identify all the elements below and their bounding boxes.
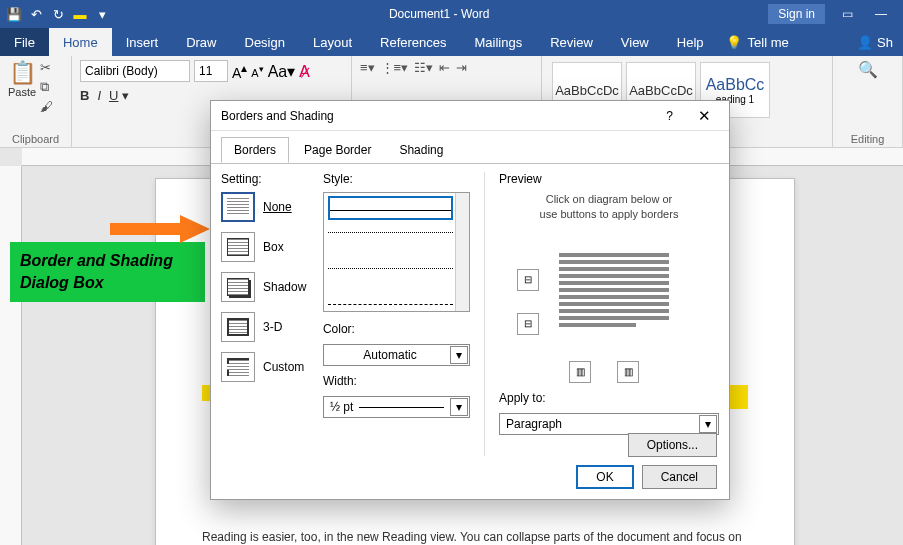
borders-shading-dialog: Borders and Shading ? ✕ Borders Page Bor…: [210, 100, 730, 500]
paste-button[interactable]: 📋 Paste: [8, 60, 36, 114]
share-icon: 👤: [857, 35, 873, 50]
grow-font-icon[interactable]: A▴: [232, 61, 247, 81]
border-right-button[interactable]: ▥: [617, 361, 639, 383]
style-nospace-preview: AaBbCcDc: [629, 83, 693, 98]
tell-me-label: Tell me: [748, 35, 789, 50]
quick-access-toolbar: 💾 ↶ ↻ ▬ ▾: [0, 6, 110, 22]
bullets-icon[interactable]: ≡▾: [360, 60, 375, 75]
svg-marker-0: [110, 215, 210, 243]
tab-mailings[interactable]: Mailings: [461, 28, 537, 56]
setting-none[interactable]: None: [221, 192, 313, 222]
font-name-combo[interactable]: Calibri (Body): [80, 60, 190, 82]
find-icon[interactable]: 🔍: [841, 60, 894, 79]
underline-button[interactable]: U ▾: [109, 88, 129, 103]
help-icon[interactable]: ?: [666, 109, 673, 123]
arrow-icon: [110, 215, 210, 243]
shrink-font-icon[interactable]: A▾: [251, 63, 263, 79]
close-icon[interactable]: ✕: [689, 107, 719, 125]
apply-to-combo[interactable]: Paragraph ▾: [499, 413, 719, 435]
setting-custom[interactable]: Custom: [221, 352, 313, 382]
tab-borders[interactable]: Borders: [221, 137, 289, 163]
increase-indent-icon[interactable]: ⇥: [456, 60, 467, 75]
style-solid[interactable]: [328, 196, 453, 220]
chevron-down-icon: ▾: [450, 398, 468, 416]
border-top-button[interactable]: ⊟: [517, 269, 539, 291]
style-dashed[interactable]: [328, 304, 453, 328]
dialog-footer: OK Cancel: [576, 465, 717, 489]
cut-icon[interactable]: ✂: [40, 60, 53, 75]
apply-to-label: Apply to:: [499, 391, 719, 405]
border-left-button[interactable]: ▥: [569, 361, 591, 383]
options-button[interactable]: Options...: [628, 433, 717, 457]
style-list[interactable]: [323, 192, 470, 312]
setting-shadow[interactable]: Shadow: [221, 272, 313, 302]
clipboard-group: 📋 Paste ✂ ⧉ 🖌 Clipboard: [0, 56, 72, 147]
tab-help[interactable]: Help: [663, 28, 718, 56]
vertical-ruler[interactable]: [0, 166, 22, 545]
sign-in-button[interactable]: Sign in: [768, 4, 825, 24]
ribbon-options-icon[interactable]: ▭: [835, 4, 859, 24]
undo-icon[interactable]: ↶: [28, 6, 44, 22]
document-title: Document1 - Word: [110, 7, 768, 21]
setting-column: Setting: None Box Shadow 3-D Custom: [221, 172, 313, 456]
tab-review[interactable]: Review: [536, 28, 607, 56]
chevron-down-icon: ▾: [450, 346, 468, 364]
titlebar-right: Sign in ▭ —: [768, 4, 903, 24]
tab-shading[interactable]: Shading: [386, 137, 456, 163]
ok-label: OK: [596, 470, 613, 484]
setting-shadow-icon: [221, 272, 255, 302]
setting-none-label: None: [263, 200, 292, 214]
color-combo[interactable]: Automatic ▾: [323, 344, 470, 366]
font-name-value: Calibri (Body): [85, 64, 158, 78]
style-dashed-fine[interactable]: [328, 268, 453, 292]
border-bottom-button[interactable]: ⊟: [517, 313, 539, 335]
style-dotted[interactable]: [328, 232, 453, 256]
setting-box[interactable]: Box: [221, 232, 313, 262]
tab-layout[interactable]: Layout: [299, 28, 366, 56]
multilevel-icon[interactable]: ☷▾: [414, 60, 433, 75]
setting-box-label: Box: [263, 240, 284, 254]
bold-button[interactable]: B: [80, 88, 89, 103]
highlight-icon[interactable]: ▬: [72, 6, 88, 22]
tab-design[interactable]: Design: [231, 28, 299, 56]
preview-paragraph: [559, 253, 669, 330]
format-painter-icon[interactable]: 🖌: [40, 99, 53, 114]
numbering-icon[interactable]: ⋮≡▾: [381, 60, 409, 75]
redo-icon[interactable]: ↻: [50, 6, 66, 22]
width-combo[interactable]: ½ pt ▾: [323, 396, 470, 418]
share-button[interactable]: 👤 Sh: [857, 28, 903, 56]
setting-none-icon: [221, 192, 255, 222]
setting-custom-label: Custom: [263, 360, 304, 374]
clear-format-icon[interactable]: A̷: [299, 62, 310, 81]
style-normal-preview: AaBbCcDc: [555, 83, 619, 98]
decrease-indent-icon[interactable]: ⇤: [439, 60, 450, 75]
body-text: Reading is easier, too, in the new Readi…: [202, 529, 748, 545]
tab-draw[interactable]: Draw: [172, 28, 230, 56]
preview-diagram[interactable]: ⊟ ⊟ ▥ ▥: [499, 233, 719, 383]
ok-button[interactable]: OK: [576, 465, 633, 489]
font-size-combo[interactable]: 11: [194, 60, 228, 82]
tab-page-border[interactable]: Page Border: [291, 137, 384, 163]
callout-box: Border and Shading Dialog Box: [10, 242, 205, 302]
dialog-tabs: Borders Page Border Shading: [211, 131, 729, 164]
minimize-icon[interactable]: —: [869, 4, 893, 24]
lightbulb-icon: 💡: [726, 35, 742, 50]
dialog-title-bar: Borders and Shading ? ✕: [211, 101, 729, 131]
setting-label: Setting:: [221, 172, 313, 186]
cancel-button[interactable]: Cancel: [642, 465, 717, 489]
setting-custom-icon: [221, 352, 255, 382]
tab-references[interactable]: References: [366, 28, 460, 56]
italic-button[interactable]: I: [97, 88, 101, 103]
copy-icon[interactable]: ⧉: [40, 79, 53, 95]
tell-me[interactable]: 💡 Tell me: [726, 28, 789, 56]
tab-file[interactable]: File: [0, 28, 49, 56]
change-case-icon[interactable]: Aa▾: [268, 62, 296, 81]
setting-3d[interactable]: 3-D: [221, 312, 313, 342]
qat-customize-icon[interactable]: ▾: [94, 6, 110, 22]
tab-view[interactable]: View: [607, 28, 663, 56]
style-scrollbar[interactable]: [455, 193, 469, 311]
tab-home[interactable]: Home: [49, 28, 112, 56]
tab-insert[interactable]: Insert: [112, 28, 173, 56]
save-icon[interactable]: 💾: [6, 6, 22, 22]
clipboard-label: Clipboard: [8, 131, 63, 145]
